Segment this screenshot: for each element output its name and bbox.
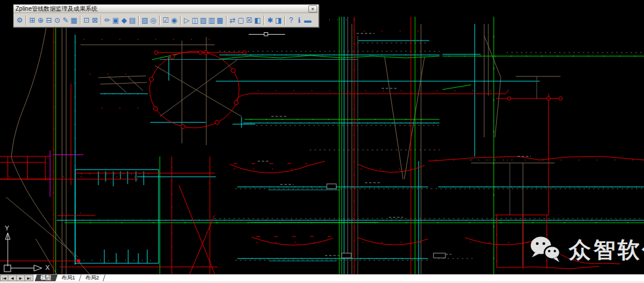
- doc-search-icon[interactable]: ◎: [149, 15, 157, 26]
- data-save-icon[interactable]: ⊟: [45, 15, 53, 26]
- select-rect-icon[interactable]: ☒: [245, 15, 253, 26]
- watermark-text: 众智软件: [569, 235, 644, 265]
- prev-tab-button[interactable]: ◀: [8, 275, 17, 281]
- ucs-icon: Y X: [4, 224, 50, 272]
- ucs-x-label: X: [45, 264, 50, 271]
- drawing-canvas[interactable]: Y X: [0, 0, 644, 274]
- window-title: Zpline管线数据监理及成果系统: [16, 5, 97, 13]
- info-icon[interactable]: ℹ: [295, 15, 304, 26]
- tab-nav-buttons: |◀ ◀ ▶ ▶|: [0, 275, 33, 281]
- tab-model[interactable]: 模型: [35, 275, 58, 281]
- toolbar-separator: [101, 16, 101, 25]
- window-icon[interactable]: ▢: [237, 15, 245, 26]
- first-tab-button[interactable]: |◀: [0, 275, 8, 281]
- ucs-y-label: Y: [5, 224, 10, 232]
- toolbar: ⚙ ⊞ ⊕ ⊟ ⊙ ✎ ▦ ⊡ ⊠ ✏ ▣ ◆ ▤ ▧ ◎ ☑ ◉ ▷ ◫ ▨: [14, 13, 318, 27]
- view-icon[interactable]: ◫: [191, 15, 199, 26]
- layout-tab-bar: |◀ ◀ ▶ ▶| 模型 布局1 布局2: [0, 274, 644, 281]
- scale-bar[interactable]: [249, 33, 285, 36]
- toolbar-separator: [26, 16, 26, 25]
- flag-icon[interactable]: ▷: [182, 15, 191, 26]
- annotate-icon[interactable]: ◆: [120, 15, 128, 26]
- layout-tabs: 模型 布局1 布局2: [36, 275, 104, 281]
- toolbar-separator: [159, 16, 160, 25]
- gray-annotation-layer: [258, 33, 537, 274]
- data-add-icon[interactable]: ⊞: [28, 15, 36, 26]
- next-tab-button[interactable]: ▶: [17, 275, 25, 281]
- tab-model-label: 模型: [41, 275, 51, 281]
- keyboard-icon[interactable]: ▬: [304, 15, 312, 26]
- select-region-icon[interactable]: ▧: [141, 15, 149, 26]
- application-window: Y X Zpline管线数据监理及成果系统 × ⚙ ⊞ ⊕ ⊟ ⊙ ✎ ▦ ⊡ …: [0, 0, 644, 283]
- attribute-icon[interactable]: ▤: [128, 15, 137, 26]
- draw-edit-icon[interactable]: ✏: [103, 15, 112, 26]
- hatch-icon[interactable]: ▨: [199, 15, 208, 26]
- toolbar-separator: [138, 16, 139, 25]
- table-icon[interactable]: ▥: [208, 15, 216, 26]
- close-button[interactable]: ×: [308, 5, 317, 13]
- toolbar-separator: [80, 16, 80, 25]
- doc-verify-icon[interactable]: ☑: [162, 15, 170, 26]
- locate-icon[interactable]: ◉: [170, 15, 178, 26]
- settings-icon[interactable]: ⚙: [16, 15, 24, 26]
- image-icon[interactable]: ▦: [70, 15, 78, 26]
- toolbar-separator: [180, 16, 181, 25]
- tab-layout2[interactable]: 布局2: [79, 275, 106, 281]
- modify-icon[interactable]: ▣: [112, 15, 120, 26]
- toolbar-separator: [264, 16, 264, 25]
- export-icon[interactable]: ⊠: [91, 15, 99, 26]
- toolbar-separator: [284, 16, 285, 25]
- tools-icon[interactable]: ✱: [266, 15, 274, 26]
- magenta-layer: [50, 150, 83, 197]
- flip-icon[interactable]: ⇄: [228, 15, 237, 26]
- cad-drawing: Y X: [0, 0, 644, 274]
- blocks-icon[interactable]: ◧: [253, 15, 262, 26]
- help-icon[interactable]: ?: [287, 15, 295, 26]
- tab-layout2-label: 布局2: [85, 275, 99, 281]
- toolbar-window-titlebar[interactable]: Zpline管线数据监理及成果系统 ×: [14, 5, 318, 13]
- wechat-icon: [530, 236, 562, 264]
- data-refresh-icon[interactable]: ⊕: [36, 15, 45, 26]
- tab-layout1-label: 布局1: [61, 275, 75, 281]
- doc-edit-icon[interactable]: ✎: [61, 15, 70, 26]
- teal-duct-layer: [160, 60, 379, 262]
- toolbar-separator: [226, 16, 227, 25]
- data-check-icon[interactable]: ⊙: [53, 15, 61, 26]
- last-tab-button[interactable]: ▶|: [25, 275, 33, 281]
- import-icon[interactable]: ⊡: [82, 15, 91, 26]
- toolbar-window[interactable]: Zpline管线数据监理及成果系统 × ⚙ ⊞ ⊕ ⊟ ⊙ ✎ ▦ ⊡ ⊠ ✏ …: [13, 4, 319, 27]
- grid-icon[interactable]: ▩: [216, 15, 224, 26]
- config-icon[interactable]: ◨: [274, 15, 283, 26]
- watermark: 众智软件: [530, 235, 644, 265]
- tab-layout1[interactable]: 布局1: [55, 275, 82, 281]
